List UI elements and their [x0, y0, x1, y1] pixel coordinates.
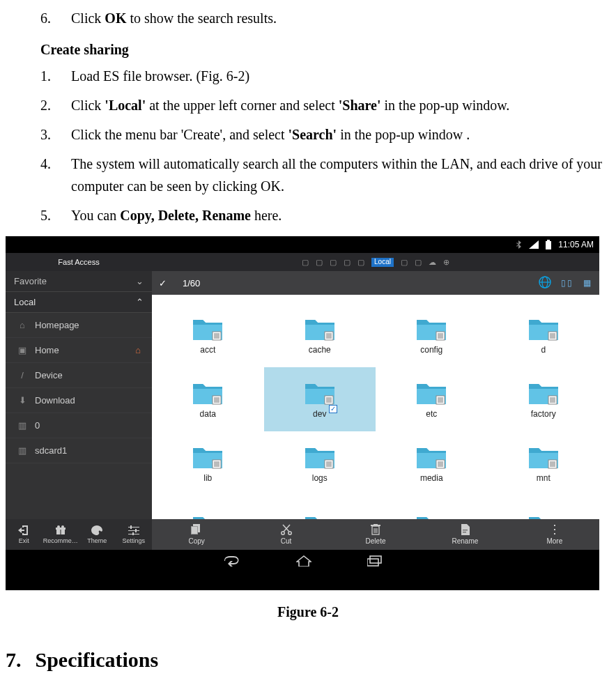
settings-button[interactable]: Settings — [116, 519, 153, 550]
svg-rect-62 — [463, 532, 466, 532]
sb-label: Recomme… — [43, 537, 78, 544]
view-grid-icon[interactable]: ▯▯ — [561, 278, 573, 288]
slash-icon: / — [17, 370, 28, 380]
ab-label: Delete — [366, 537, 386, 545]
svg-rect-1 — [546, 241, 551, 249]
back-button[interactable] — [222, 555, 240, 569]
battery-icon — [546, 240, 551, 249]
folder-label: lib — [203, 473, 212, 483]
cut-button[interactable]: Cut — [241, 519, 330, 550]
step-5: 5. You can Copy, Delete, Rename here. — [40, 204, 616, 226]
folder-item[interactable]: cache — [264, 303, 376, 367]
tab-icon[interactable]: ▢ — [401, 258, 408, 267]
folder-label: media — [420, 473, 443, 483]
folder-item[interactable]: data — [152, 367, 264, 431]
ab-label: Rename — [452, 537, 479, 545]
palette-icon — [91, 525, 102, 537]
copy-button[interactable]: Copy — [152, 519, 241, 550]
sidebar-item-home[interactable]: ▣ Home ⌂ — [6, 338, 152, 363]
tab-icon[interactable]: ▢ — [357, 258, 364, 267]
svg-rect-21 — [438, 333, 443, 339]
step-4: 4. The system will automatically search … — [40, 153, 616, 197]
svg-rect-35 — [326, 461, 332, 467]
local-tab[interactable]: Local — [371, 258, 394, 267]
folder-item[interactable] — [264, 495, 376, 519]
sd-icon: ▥ — [17, 445, 28, 456]
view-tiles-icon[interactable]: ▦ — [583, 278, 592, 288]
svg-rect-8 — [128, 530, 139, 531]
recent-button[interactable] — [367, 555, 383, 569]
folder-label: acct — [200, 345, 215, 355]
home-button[interactable] — [296, 555, 311, 569]
folder-item[interactable] — [376, 495, 488, 519]
section-7-heading: 7. Specifications — [6, 648, 616, 672]
step-num: 3. — [40, 123, 54, 146]
tab-icon[interactable]: ▢ — [344, 258, 351, 267]
svg-rect-10 — [130, 525, 132, 529]
figure-6-2: 11:05 AM Fast Access ▢ ▢ ▢ ▢ ▢ Local ▢ ▢… — [6, 236, 599, 590]
sliders-icon — [128, 525, 139, 537]
folder-item[interactable]: lib — [152, 431, 264, 495]
step-num: 6. — [40, 7, 54, 29]
more-button[interactable]: More — [510, 519, 599, 550]
checked-icon: ✓ — [329, 405, 337, 413]
sidebar-item-homepage[interactable]: ⌂ Homepage — [6, 313, 152, 338]
section-num: 7. — [6, 648, 22, 672]
globe-icon[interactable] — [539, 276, 551, 291]
trash-icon — [371, 524, 380, 537]
sidebar-local[interactable]: Local ⌃ — [6, 292, 152, 313]
android-navbar — [6, 550, 599, 574]
folder-icon — [192, 316, 224, 343]
download-icon: ⬇ — [17, 395, 28, 406]
sd-icon: ▥ — [17, 420, 28, 431]
sidebar-item-label: 0 — [35, 420, 40, 431]
tab-icon[interactable]: ☁ — [429, 258, 436, 267]
sidebar-favorite[interactable]: Favorite ⌄ — [6, 271, 152, 292]
folder-icon — [304, 380, 336, 407]
rename-button[interactable]: Rename — [420, 519, 509, 550]
folder-grid: acctcacheconfigddatadev✓etcfactoryliblog… — [152, 295, 599, 519]
step-2: 2. Click 'Local' at the upper left corne… — [40, 94, 616, 116]
exit-button[interactable]: Exit — [6, 519, 43, 550]
folder-icon — [415, 380, 447, 407]
folder-item[interactable]: logs — [264, 431, 376, 495]
tab-icon[interactable]: ⊕ — [443, 258, 449, 267]
delete-button[interactable]: Delete — [331, 519, 420, 550]
status-time: 11:05 AM — [558, 240, 594, 249]
tab-icon[interactable]: ▢ — [302, 258, 309, 267]
folder-item[interactable]: acct — [152, 303, 264, 367]
folder-item[interactable]: factory — [488, 367, 600, 431]
sidebar-item-download[interactable]: ⬇ Download — [6, 388, 152, 413]
tab-icon[interactable]: ▢ — [415, 258, 422, 267]
sidebar-item-sdcard1[interactable]: ▥ sdcard1 — [6, 438, 152, 463]
svg-point-5 — [57, 525, 60, 528]
sidebar-item-0[interactable]: ▥ 0 — [6, 413, 152, 438]
folder-item[interactable] — [488, 495, 600, 519]
sidebar: Favorite ⌄ Local ⌃ ⌂ Homepage ▣ Home ⌂ — [6, 271, 152, 550]
theme-button[interactable]: Theme — [79, 519, 116, 550]
folder-label: mnt — [537, 473, 550, 483]
folder-item[interactable] — [152, 495, 264, 519]
sb-label: Theme — [87, 537, 107, 544]
sidebar-item-device[interactable]: / Device — [6, 363, 152, 388]
folder-item[interactable]: etc — [376, 367, 488, 431]
folder-icon — [192, 445, 224, 471]
svg-rect-37 — [438, 461, 443, 467]
sb-label: Settings — [122, 537, 145, 544]
folder-item[interactable]: media — [376, 431, 488, 495]
svg-rect-65 — [554, 533, 555, 534]
fast-access-label: Fast Access — [6, 258, 152, 266]
folder-item[interactable]: d — [488, 303, 600, 367]
folder-item[interactable]: dev✓ — [264, 367, 376, 431]
step-text: Click 'Local' at the upper left corner a… — [71, 94, 509, 116]
tab-icon[interactable]: ▢ — [330, 258, 337, 267]
folder-item[interactable]: config — [376, 303, 488, 367]
sidebar-item-label: Home — [35, 345, 59, 355]
title-bar: Fast Access ▢ ▢ ▢ ▢ ▢ Local ▢ ▢ ☁ ⊕ — [6, 253, 599, 271]
tab-icon[interactable]: ▢ — [316, 258, 323, 267]
check-icon[interactable]: ✓ — [159, 278, 173, 288]
exit-icon — [18, 525, 29, 537]
folder-item[interactable]: mnt — [488, 431, 600, 495]
recommend-button[interactable]: Recomme… — [43, 519, 79, 550]
folder-icon — [192, 514, 224, 520]
